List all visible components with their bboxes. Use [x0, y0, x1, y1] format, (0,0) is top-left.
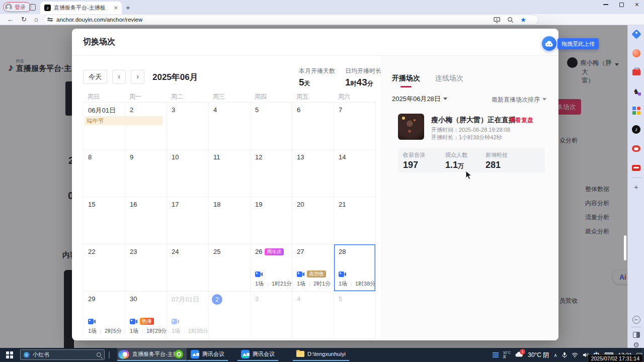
tab-search-icon[interactable] — [29, 4, 36, 11]
sort-dropdown[interactable]: 最新直播场次排序 — [492, 96, 546, 104]
calendar-day-cell[interactable]: 16 — [125, 197, 167, 244]
tray-expand-icon[interactable]: ∧ — [553, 352, 557, 358]
calendar-day-cell[interactable]: 2 — [125, 103, 167, 150]
calendar-day-cell[interactable]: 27 高营收 1场｜2时1分 — [292, 244, 334, 292]
calendar-day-cell[interactable]: 12 — [251, 150, 292, 197]
calendar-day-cell[interactable]: 19 — [251, 197, 292, 244]
browser-tab-strip: 登录 ♪ 直播服务平台-主播板 × + × — [0, 0, 644, 14]
day-number: 24 — [172, 248, 179, 255]
calendar-day-cell[interactable]: 9 — [125, 150, 167, 197]
calendar-day-cell[interactable]: 23 — [125, 244, 167, 292]
calendar-day-cell[interactable]: 14 — [334, 150, 376, 197]
red-note-icon[interactable] — [631, 163, 641, 172]
calendar-day-cell[interactable]: 20 — [292, 197, 334, 244]
calendar-day-cell[interactable]: 26 周年庆 1场｜1时21分 — [251, 244, 292, 292]
calendar-day-cell[interactable]: 4 — [209, 103, 251, 150]
calendar-day-cell[interactable]: 28 1场｜1时38分 — [334, 244, 376, 292]
screenshot-icon[interactable]: ✂ — [631, 315, 641, 324]
send-to-device-icon[interactable] — [493, 16, 501, 24]
address-bar[interactable]: anchor.douyin.com/anchor/review ★ — [43, 15, 538, 24]
douyin-icon[interactable]: ♪ — [631, 125, 641, 134]
day-number: 16 — [130, 201, 137, 208]
taskbar-item-tencent-meeting[interactable]: 腾讯会议 — [187, 348, 228, 361]
taskbar-item-tencent-meeting-2[interactable]: 腾讯会议 — [237, 348, 278, 361]
tray-menu-icon[interactable] — [493, 352, 499, 357]
calendar-day-cell[interactable]: 6 — [292, 103, 334, 150]
orange-app-icon[interactable] — [631, 48, 641, 58]
session-start-time: 开播时间：2025-06-28 19:28:08 — [431, 126, 510, 134]
calendar-grid: 06月01日 端午节 2 — [83, 102, 376, 339]
weather-cloud-icon[interactable]: 1 — [515, 351, 523, 358]
tag-icon[interactable] — [631, 29, 641, 39]
calendar-day-cell[interactable]: 06月01日 端午节 — [84, 103, 125, 150]
weibo-eye-icon[interactable] — [631, 144, 641, 153]
window-restore-button[interactable] — [619, 3, 624, 7]
window-close-button[interactable]: × — [635, 2, 639, 7]
calendar-day-cell[interactable]: 22 — [84, 244, 125, 292]
day-number: 29 — [88, 295, 95, 303]
calendar-day-cell[interactable]: 5 — [334, 292, 376, 339]
taskbar-item-folder[interactable]: D:\tengxunhuiyi — [293, 348, 349, 361]
session-summary: 1场｜1时29分 — [130, 327, 167, 335]
start-button[interactable] — [6, 351, 13, 358]
day-number: 5 — [339, 295, 342, 303]
browser-profile-login-button[interactable]: 登录 — [3, 2, 31, 12]
new-tab-button[interactable]: + — [126, 3, 130, 12]
tab-link-sessions[interactable]: 连线场次 — [435, 74, 463, 83]
calendar-day-cell[interactable]: 24 — [167, 244, 209, 292]
day-number: 27 — [297, 248, 304, 255]
site-settings-icon[interactable] — [47, 18, 53, 21]
calendar-day-cell[interactable]: 10 — [167, 150, 209, 197]
weather-text[interactable]: 30°C 阴 — [528, 351, 549, 359]
calendar-day-cell[interactable]: 8 — [84, 150, 125, 197]
date-filter-dropdown[interactable]: 2025年06月28日 — [392, 95, 447, 104]
back-icon[interactable]: ← — [7, 16, 14, 23]
today-button[interactable]: 今天 — [83, 70, 107, 84]
calendar-day-cell[interactable]: 5 — [251, 103, 292, 150]
view-replay-link[interactable]: 查看复盘 — [509, 116, 533, 125]
browser-tab[interactable]: ♪ 直播服务平台-主播板 × — [40, 2, 122, 14]
search-icon — [97, 352, 101, 357]
chess-icon[interactable]: ♞ — [631, 86, 641, 96]
calendar-day-cell[interactable]: 4 — [292, 292, 334, 339]
calendar-day-cell[interactable]: 3 — [167, 103, 209, 150]
window-minimize-button[interactable] — [603, 4, 608, 5]
divider — [109, 351, 110, 358]
calendar-day-cell[interactable]: 07月01日 1场｜1时35分 — [167, 292, 209, 339]
calendar-day-cell[interactable]: 15 — [84, 197, 125, 244]
split-view-icon[interactable] — [631, 330, 641, 339]
zoom-icon[interactable] — [507, 16, 514, 24]
windows-taskbar: e 小红书 直播服务平台-主播... 腾讯会议 腾讯会议 D:\tengxunh… — [0, 348, 644, 362]
calendar-day-cell[interactable]: 13 — [292, 150, 334, 197]
wifi-icon[interactable] — [572, 352, 578, 357]
calendar-day-cell[interactable]: 30 热播 1场｜1时29分 — [125, 292, 167, 339]
calendar-day-cell[interactable]: 18 — [209, 197, 251, 244]
page-scrollbar[interactable] — [624, 235, 626, 260]
tab-close-icon[interactable]: × — [114, 4, 118, 12]
calendar-day-cell[interactable]: 17 — [167, 197, 209, 244]
calendar-day-cell[interactable]: 21 — [334, 197, 376, 244]
taskbar-search-box[interactable]: e 小红书 — [20, 349, 105, 360]
home-icon[interactable]: ⌂ — [34, 16, 38, 23]
tab-live-sessions[interactable]: 开播场次 — [392, 74, 420, 83]
upload-cloud-icon[interactable] — [542, 36, 556, 51]
microphone-icon[interactable] — [562, 352, 567, 358]
taskbar-item-green-app[interactable] — [171, 348, 187, 361]
calendar-day-cell[interactable]: 3 — [251, 292, 292, 339]
calendar-day-cell[interactable]: 7 — [334, 103, 376, 150]
green-app-icon — [175, 350, 183, 358]
calendar-day-cell[interactable]: 25 — [209, 244, 251, 292]
next-month-button[interactable]: › — [131, 70, 144, 84]
day-number: 10 — [172, 153, 179, 161]
reload-icon[interactable]: ↻ — [21, 16, 27, 23]
calendar-day-cell[interactable]: 29 1场｜2时5分 — [84, 292, 125, 339]
calendar-day-cell[interactable]: 2 — [209, 292, 251, 339]
drag-upload-widget[interactable]: 拖拽至此上传 — [542, 36, 599, 51]
briefcase-icon[interactable] — [631, 67, 641, 77]
add-panel-icon[interactable]: + — [631, 182, 641, 192]
bookmark-star-icon[interactable]: ★ — [520, 16, 526, 24]
prev-month-button[interactable]: ‹ — [112, 70, 126, 84]
day-number: 25 — [213, 248, 220, 255]
calendar-day-cell[interactable]: 11 — [209, 150, 251, 197]
apps-grid-icon[interactable] — [631, 106, 641, 115]
